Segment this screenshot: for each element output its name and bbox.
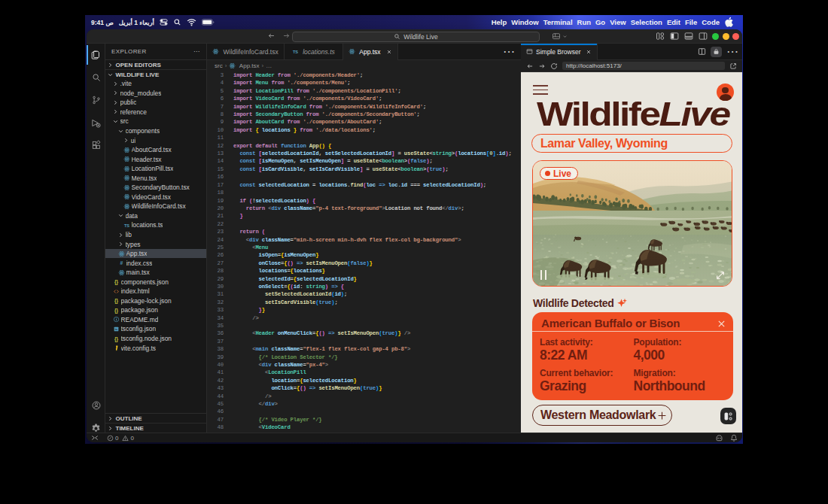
- svg-text:TS: TS: [124, 223, 129, 228]
- svg-text:TS: TS: [293, 50, 298, 54]
- svg-text:{}: {}: [114, 308, 119, 314]
- svg-text:{}: {}: [114, 336, 119, 342]
- svg-text:{}: {}: [114, 298, 119, 304]
- svg-text:{}: {}: [114, 279, 119, 285]
- svg-text:#: #: [120, 260, 123, 266]
